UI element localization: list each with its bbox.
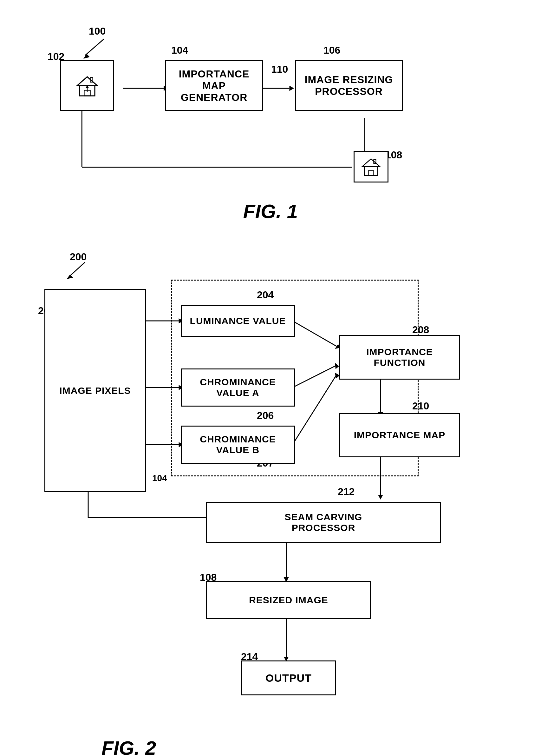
house-icon-input [75,73,100,98]
svg-marker-22 [67,275,73,279]
ref-106: 106 [323,44,340,56]
chrominance-b-box: CHROMINANCE VALUE B [181,426,295,464]
fig2-label: FIG. 2 [102,737,522,756]
importance-map-generator-box: IMPORTANCE MAP GENERATOR [165,60,263,111]
fig1-label: FIG. 1 [19,200,522,222]
resized-image-box: RESIZED IMAGE [206,581,371,619]
ref-204: 204 [257,289,274,301]
chrominance-a-box: CHROMINANCE VALUE A [181,368,295,407]
fig2-diagram: 200 [19,242,522,733]
ref-104-fig1: 104 [171,44,188,56]
resized-image-label: RESIZED IMAGE [249,595,328,606]
house-icon-output [360,156,382,178]
input-image-box [60,60,114,111]
image-resizing-processor-box: IMAGE RESIZING PROCESSOR [295,60,403,111]
luminance-value-label: LUMINANCE VALUE [190,315,286,326]
importance-function-label: IMPORTANCE FUNCTION [343,347,456,368]
svg-marker-18 [362,159,380,167]
output-image-box [353,151,388,182]
ref-206: 206 [257,410,274,421]
svg-rect-19 [368,171,374,176]
svg-line-0 [85,39,104,56]
ref-212: 212 [338,486,354,498]
chrominance-b-label: CHROMINANCE VALUE B [200,434,275,455]
importance-map-generator-label: IMPORTANCE MAP GENERATOR [169,68,259,103]
fig1-diagram: 100 102 [19,13,522,197]
importance-map-box: IMPORTANCE MAP [339,413,460,457]
ref-104-fig2: 104 [152,473,167,483]
image-pixels-box: IMAGE PIXELS [44,289,146,492]
ref-210: 210 [412,400,429,412]
chrominance-a-label: CHROMINANCE VALUE A [200,377,275,398]
image-resizing-processor-label: IMAGE RESIZING PROCESSOR [305,74,393,97]
output-box: OUTPUT [241,660,336,695]
ref-208: 208 [412,324,429,336]
ref-200: 200 [70,251,87,263]
importance-map-label: IMPORTANCE MAP [354,430,445,441]
ref-110: 110 [271,63,288,75]
seam-carving-label: SEAM CARVING PROCESSOR [285,512,362,533]
svg-marker-1 [83,54,90,59]
svg-marker-38 [378,495,383,500]
luminance-value-box: LUMINANCE VALUE [181,305,295,337]
ref-100: 100 [89,25,106,37]
svg-marker-5 [289,86,294,91]
image-pixels-label: IMAGE PIXELS [59,385,131,396]
output-label: OUTPUT [266,672,312,684]
seam-carving-box: SEAM CARVING PROCESSOR [206,502,441,543]
svg-line-21 [69,262,85,276]
svg-rect-17 [364,167,378,176]
svg-marker-12 [77,77,97,86]
importance-function-box: IMPORTANCE FUNCTION [339,335,460,380]
